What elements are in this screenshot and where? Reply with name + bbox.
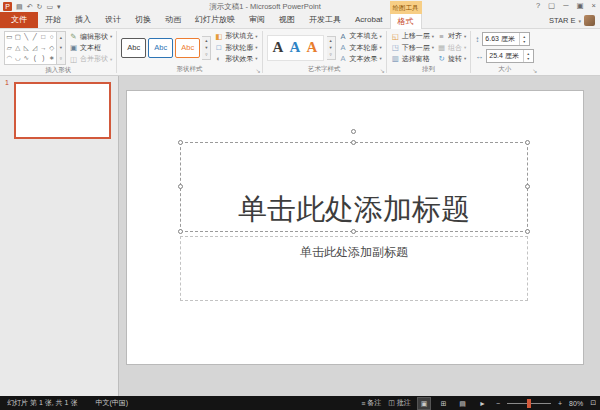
- gallery-more-icon[interactable]: ▿: [205, 52, 207, 57]
- dialog-launcher-icon[interactable]: ↘: [380, 68, 385, 74]
- restore-icon[interactable]: ▣: [577, 1, 584, 10]
- text-effects-button[interactable]: A 文本效果 ▾: [339, 54, 382, 65]
- scroll-down-icon[interactable]: ▾: [60, 45, 62, 50]
- account-area[interactable]: STAR E ▾: [549, 15, 595, 26]
- tab-home[interactable]: 开始: [38, 12, 68, 28]
- shape-icon[interactable]: ▭: [5, 32, 14, 43]
- resize-handle-bottom-right[interactable]: [525, 229, 530, 234]
- ribbon-display-options-icon[interactable]: ▢: [548, 1, 555, 10]
- language-indicator[interactable]: 中文(中国): [95, 398, 128, 408]
- shape-icon[interactable]: ◠: [5, 53, 14, 64]
- start-slideshow-icon[interactable]: ▭: [46, 2, 53, 11]
- zoom-slider[interactable]: [507, 399, 551, 408]
- shape-icon[interactable]: ▢: [14, 32, 23, 43]
- zoom-out-icon[interactable]: −: [496, 400, 500, 407]
- save-icon[interactable]: ▤: [16, 2, 23, 11]
- shape-style-preset-1[interactable]: Abc: [121, 38, 146, 58]
- shape-effects-button[interactable]: ◐ 形状效果 ▾: [214, 54, 257, 65]
- shape-icon[interactable]: →: [39, 43, 48, 54]
- spin-down-icon[interactable]: ▾: [520, 39, 528, 44]
- shape-icon[interactable]: ◇: [48, 43, 57, 54]
- gallery-more-icon[interactable]: ▿: [329, 52, 331, 57]
- slide-thumbnail-1[interactable]: [14, 82, 111, 139]
- shape-icon[interactable]: ◿: [31, 43, 40, 54]
- resize-handle-middle-left[interactable]: [178, 184, 183, 189]
- edit-shape-button[interactable]: ✎ 编辑形状 ▾: [69, 31, 112, 42]
- shape-width-input[interactable]: [487, 53, 523, 60]
- zoom-in-icon[interactable]: +: [558, 400, 562, 407]
- shape-style-preset-3[interactable]: Abc: [175, 38, 200, 58]
- merge-shapes-button[interactable]: ◫ 合并形状 ▾: [69, 54, 112, 65]
- zoom-level[interactable]: 80%: [569, 400, 583, 407]
- shape-outline-button[interactable]: □ 形状轮廓 ▾: [214, 42, 257, 53]
- scroll-up-icon[interactable]: ▴: [205, 38, 207, 43]
- wordart-preset-3[interactable]: A: [304, 39, 321, 56]
- shape-icon[interactable]: ○: [48, 32, 57, 43]
- shape-icon[interactable]: ∗: [48, 53, 57, 64]
- shape-icon[interactable]: ╲: [22, 32, 31, 43]
- shape-icon[interactable]: ◡: [14, 53, 23, 64]
- help-icon[interactable]: ?: [536, 1, 540, 10]
- dialog-launcher-icon[interactable]: ↘: [256, 68, 261, 74]
- tab-transitions[interactable]: 切换: [128, 12, 158, 28]
- slide-surface[interactable]: 单击此处添加标题 单击此处添加副标题: [126, 90, 584, 365]
- resize-handle-bottom-left[interactable]: [178, 229, 183, 234]
- comments-button[interactable]: ◫ 批注: [388, 398, 411, 408]
- resize-handle-top-right[interactable]: [525, 140, 530, 145]
- tab-review[interactable]: 审阅: [242, 12, 272, 28]
- close-icon[interactable]: ×: [592, 1, 596, 10]
- shape-icon[interactable]: ╱: [31, 32, 40, 43]
- shape-gallery-scroll[interactable]: ▴ ▾ ▿: [57, 31, 66, 65]
- shape-icon[interactable]: (: [31, 53, 40, 64]
- align-button[interactable]: ≡ 对齐 ▾: [437, 31, 466, 42]
- text-fill-button[interactable]: A 文本填充 ▾: [339, 31, 382, 42]
- shape-icon[interactable]: ▱: [5, 43, 14, 54]
- tab-acrobat[interactable]: Acrobat: [348, 12, 390, 28]
- shape-icon[interactable]: ∿: [22, 53, 31, 64]
- shape-height-input[interactable]: [483, 36, 519, 43]
- tab-insert[interactable]: 插入: [68, 12, 98, 28]
- shape-icon[interactable]: ): [39, 53, 48, 64]
- tab-file[interactable]: 文件: [0, 12, 38, 28]
- slideshow-view-button[interactable]: ►: [476, 398, 489, 409]
- shape-style-scroll[interactable]: ▴ ▾ ▿: [202, 36, 211, 60]
- reading-view-button[interactable]: ▤: [456, 398, 469, 409]
- group-button[interactable]: ▦ 组合 ▾: [437, 42, 466, 53]
- scroll-down-icon[interactable]: ▾: [205, 45, 207, 50]
- resize-handle-top-center[interactable]: [351, 140, 356, 145]
- shape-icon[interactable]: △: [14, 43, 23, 54]
- send-backward-button[interactable]: ◳ 下移一层 ▾: [391, 42, 434, 53]
- shape-icon[interactable]: □: [39, 32, 48, 43]
- redo-icon[interactable]: ↻: [37, 2, 43, 11]
- shape-fill-button[interactable]: ◧ 形状填充 ▾: [214, 31, 257, 42]
- shape-icon[interactable]: ◺: [22, 43, 31, 54]
- rotate-handle[interactable]: [351, 129, 356, 134]
- wordart-preset-2[interactable]: A: [287, 39, 304, 56]
- slide-sorter-view-button[interactable]: ⊞: [437, 398, 449, 409]
- tab-format-active[interactable]: 绘图工具 格式: [390, 13, 422, 29]
- subtitle-placeholder[interactable]: 单击此处添加副标题: [180, 236, 528, 301]
- dialog-launcher-icon[interactable]: ↘: [532, 68, 537, 74]
- resize-handle-top-left[interactable]: [178, 140, 183, 145]
- scroll-down-icon[interactable]: ▾: [329, 45, 331, 50]
- bring-forward-button[interactable]: ◱ 上移一层 ▾: [391, 31, 434, 42]
- customize-qat-icon[interactable]: ▾: [57, 2, 61, 11]
- gallery-more-icon[interactable]: ▿: [60, 56, 62, 61]
- fit-to-window-icon[interactable]: ⊡: [590, 399, 596, 407]
- notes-button[interactable]: ≡ 备注: [361, 398, 381, 408]
- zoom-slider-thumb[interactable]: [527, 399, 531, 408]
- wordart-style-scroll[interactable]: ▴ ▾ ▿: [327, 36, 336, 60]
- tab-slideshow[interactable]: 幻灯片放映: [188, 12, 242, 28]
- spin-down-icon[interactable]: ▾: [524, 56, 532, 61]
- title-placeholder[interactable]: 单击此处添加标题: [180, 142, 528, 232]
- resize-handle-bottom-center[interactable]: [351, 229, 356, 234]
- resize-handle-middle-right[interactable]: [525, 184, 530, 189]
- text-outline-button[interactable]: A 文本轮廓 ▾: [339, 42, 382, 53]
- minimize-icon[interactable]: ─: [563, 1, 568, 10]
- wordart-preset-1[interactable]: A: [270, 39, 287, 56]
- scroll-up-icon[interactable]: ▴: [329, 38, 331, 43]
- selection-pane-button[interactable]: ▥ 选择窗格: [391, 54, 434, 65]
- tab-view[interactable]: 视图: [272, 12, 302, 28]
- shape-width-field[interactable]: ▴ ▾: [486, 49, 534, 63]
- tab-animations[interactable]: 动画: [158, 12, 188, 28]
